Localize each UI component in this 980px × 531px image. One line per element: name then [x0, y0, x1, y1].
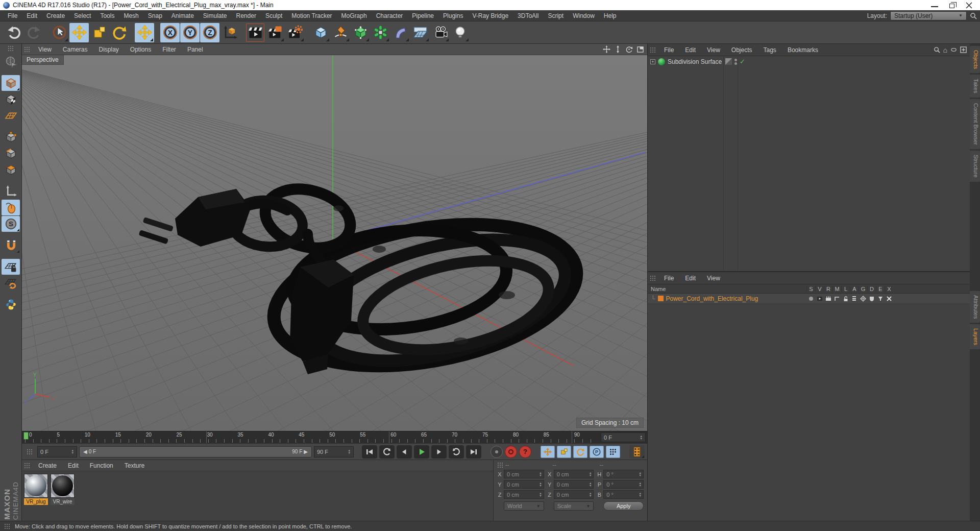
sidebar-tool-texture-mode[interactable]: [2, 91, 20, 107]
layer-row[interactable]: └ Power_Cord_with_Electrical_Plug: [648, 294, 970, 304]
add-mograph-button[interactable]: [371, 23, 390, 42]
sidebar-tool-model-mode[interactable]: [2, 75, 20, 91]
menu-select[interactable]: Select: [69, 11, 95, 21]
play-button[interactable]: [414, 445, 429, 458]
add-floor-button[interactable]: [410, 23, 430, 42]
menu-plugins[interactable]: Plugins: [438, 11, 468, 21]
sidebar-tool-polygons-mode[interactable]: [2, 162, 20, 178]
end-frame-field[interactable]: 90 F▲▼: [314, 446, 354, 457]
layer-animation-toggle[interactable]: [850, 296, 859, 301]
scale-tool[interactable]: [89, 23, 109, 42]
mat-menu-function[interactable]: Function: [84, 461, 119, 471]
pos-x-field[interactable]: 0 cm▲▼: [504, 470, 544, 478]
om-menu-objects[interactable]: Objects: [726, 45, 758, 55]
om-menu-tags[interactable]: Tags: [758, 45, 782, 55]
undo-button[interactable]: [4, 23, 23, 42]
menu-vray-bridge[interactable]: V-Ray Bridge: [468, 11, 513, 21]
object-row-subdivision-surface[interactable]: + Subdivision Surface ✓: [648, 56, 970, 67]
keyframe-selection-button[interactable]: ?: [519, 446, 531, 458]
add-spline-button[interactable]: [331, 23, 350, 42]
menu-animate[interactable]: Animate: [167, 11, 199, 21]
menu-snap[interactable]: Snap: [143, 11, 167, 21]
layer-color-icon[interactable]: [658, 296, 664, 301]
sidebar-tool-workplane-mode[interactable]: [2, 108, 20, 124]
timeline-playhead[interactable]: [23, 432, 29, 440]
timeline-window-button[interactable]: [629, 445, 645, 458]
frame-range-slider[interactable]: ◀0 F 90 F▶: [79, 446, 312, 457]
menu-script[interactable]: Script: [543, 11, 568, 21]
add-light-button[interactable]: [450, 23, 470, 42]
home-icon[interactable]: ⌂: [943, 46, 947, 54]
search-icon[interactable]: [934, 46, 940, 53]
om-menu-bookmarks[interactable]: Bookmarks: [782, 45, 824, 55]
layer-generators-toggle[interactable]: [859, 296, 867, 302]
layer-lock-toggle[interactable]: [841, 296, 850, 302]
goto-start-button[interactable]: [362, 445, 377, 458]
viewport-camera-label[interactable]: Perspective: [22, 55, 64, 65]
size-z-field[interactable]: 0 cm▲▼: [554, 490, 594, 499]
menu-file[interactable]: File: [3, 11, 22, 21]
add-panel-icon[interactable]: [960, 46, 967, 53]
panel-grip-icon[interactable]: [650, 275, 656, 281]
layer-xref-toggle[interactable]: [885, 296, 893, 302]
render-to-picture-viewer-button[interactable]: [265, 23, 285, 42]
sidebar-tool-magnet[interactable]: [2, 237, 20, 253]
menu-mograph[interactable]: MoGraph: [337, 11, 372, 21]
timeline-ruler[interactable]: 051015202530354045505560657075808590 0 F…: [22, 431, 647, 443]
tab-attributes[interactable]: Attributes: [970, 291, 980, 323]
lm-menu-view[interactable]: View: [701, 273, 726, 283]
edit-render-settings-button[interactable]: [285, 23, 305, 42]
axis-y-lock-button[interactable]: Y: [180, 23, 200, 42]
axis-x-lock-button[interactable]: X: [160, 23, 180, 42]
step-forward-button[interactable]: [431, 445, 447, 458]
move-tool[interactable]: [69, 23, 89, 42]
sidebar-tool-make-editable[interactable]: [2, 54, 20, 69]
material-vr-wire[interactable]: VR_wire: [51, 474, 75, 505]
play-backwards-button[interactable]: [379, 445, 395, 458]
goto-end-button[interactable]: [466, 445, 481, 458]
path-icon[interactable]: [950, 46, 957, 53]
axis-z-lock-button[interactable]: Z: [200, 23, 219, 42]
render-view-button[interactable]: [246, 23, 265, 42]
sidebar-tool-python[interactable]: [2, 297, 20, 312]
enabled-check-icon[interactable]: ✓: [740, 58, 745, 65]
mat-menu-create[interactable]: Create: [33, 461, 62, 471]
tab-layers[interactable]: Layers: [970, 324, 980, 349]
key-position-toggle[interactable]: [541, 446, 555, 458]
layer-render-toggle[interactable]: [824, 296, 832, 302]
menu-character[interactable]: Character: [372, 11, 408, 21]
mat-menu-texture[interactable]: Texture: [119, 461, 150, 471]
viewport-zoom-icon[interactable]: [614, 45, 622, 53]
add-subdivision-surface-button[interactable]: [351, 23, 370, 42]
layer-manager-toggle[interactable]: [832, 296, 841, 302]
transform-mode-dropdown[interactable]: Scale▼: [554, 501, 594, 511]
vp-menu-filter[interactable]: Filter: [157, 44, 182, 55]
om-menu-file[interactable]: File: [658, 45, 679, 55]
rot-b-field[interactable]: 0 °▲▼: [603, 490, 644, 499]
layer-expressions-toggle[interactable]: [876, 296, 885, 302]
viewport-maximize-icon[interactable]: [636, 45, 644, 53]
search-icon[interactable]: [970, 12, 977, 19]
rotate-tool[interactable]: [109, 23, 129, 42]
display-color-icon[interactable]: [725, 58, 732, 65]
sidebar-tool-edges-mode[interactable]: [2, 146, 20, 161]
panel-grip-icon[interactable]: [24, 463, 31, 469]
layer-deformers-toggle[interactable]: [867, 296, 876, 302]
sidebar-tool-enable-axis[interactable]: [2, 183, 20, 199]
step-back-button[interactable]: [397, 445, 412, 458]
layout-select[interactable]: Startup (User)▼: [890, 11, 967, 20]
range-left-arrow-icon[interactable]: ◀: [83, 449, 87, 454]
object-tree[interactable]: + Subdivision Surface ✓: [648, 56, 970, 271]
range-right-arrow-icon[interactable]: ▶: [304, 449, 308, 454]
stepper-icon[interactable]: ▲▼: [640, 435, 643, 440]
vp-menu-options[interactable]: Options: [125, 44, 157, 55]
last-used-tool-move[interactable]: [135, 23, 154, 42]
sidebar-tool-points-mode[interactable]: [2, 129, 20, 145]
current-frame-field[interactable]: 0 F▲▼: [601, 432, 646, 442]
play-loop-button[interactable]: [449, 445, 464, 458]
visibility-dots-icon[interactable]: [734, 59, 737, 65]
menu-help[interactable]: Help: [599, 11, 621, 21]
pos-z-field[interactable]: 0 cm▲▼: [504, 490, 544, 499]
viewport-rotate-icon[interactable]: [625, 45, 633, 53]
menu-sculpt[interactable]: Sculpt: [261, 11, 287, 21]
